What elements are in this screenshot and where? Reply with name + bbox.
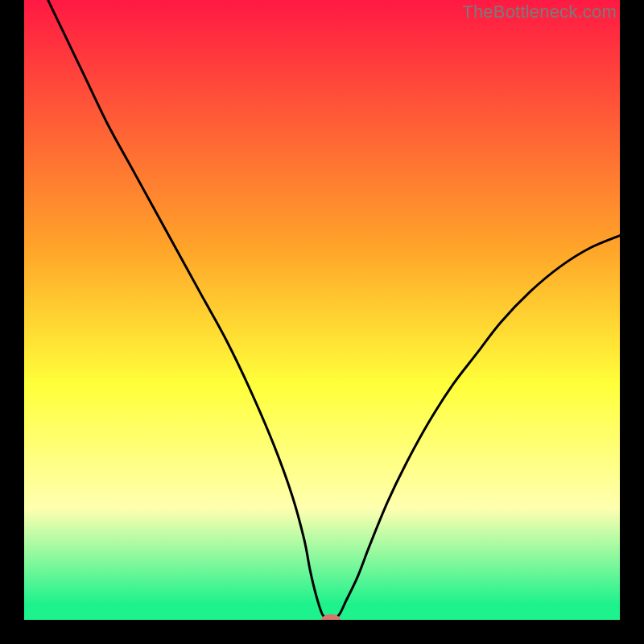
gradient-background xyxy=(24,0,620,620)
plot-area xyxy=(24,0,620,620)
watermark-text: TheBottleneck.com xyxy=(462,2,617,23)
chart-frame: TheBottleneck.com xyxy=(0,0,644,644)
chart-svg xyxy=(24,0,620,620)
